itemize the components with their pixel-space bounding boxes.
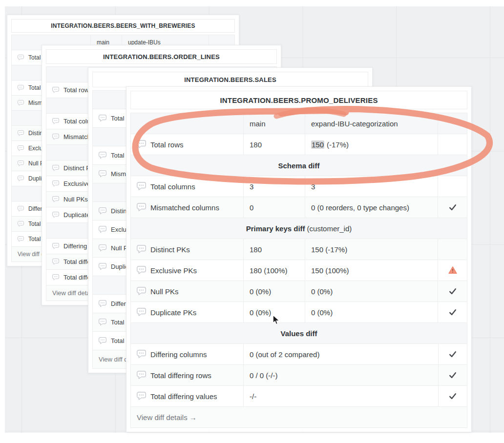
comment-icon[interactable]	[137, 182, 146, 190]
row-duplicate-pks: Duplicate PKs 0 (0%) 0 (0%)	[131, 302, 467, 323]
comment-icon[interactable]	[18, 206, 24, 212]
comment-icon[interactable]	[137, 203, 146, 211]
comment-icon[interactable]	[137, 371, 146, 379]
comment-icon[interactable]	[18, 145, 24, 151]
status-cell	[438, 386, 467, 406]
row-total-columns: Total columns 3 3	[131, 176, 467, 197]
status-cell	[438, 281, 467, 302]
comment-icon[interactable]	[99, 152, 106, 159]
comment-icon[interactable]	[99, 337, 106, 344]
empty-cell	[131, 113, 243, 134]
row-label-cell: Differing columns	[131, 344, 243, 364]
comment-icon[interactable]	[18, 236, 24, 242]
comment-icon[interactable]	[52, 87, 59, 93]
status-cell	[438, 344, 467, 364]
value-merged: 0 / 0 (-/-)	[243, 365, 438, 385]
diff-board: INTEGRATION.BEERS.BEERS_WITH_BREWERIES m…	[0, 0, 504, 443]
row-label-cell: Distinct PKs	[131, 239, 243, 260]
comment-icon[interactable]	[52, 274, 59, 281]
comment-icon[interactable]	[52, 118, 59, 124]
comment-icon[interactable]	[99, 115, 106, 121]
value-compare: 150 (100%)	[305, 260, 438, 281]
value-merged: -/-	[243, 386, 438, 406]
row-label: Duplicate PKs	[150, 308, 196, 317]
row-label-cell: Total differing rows	[131, 365, 243, 385]
comment-icon[interactable]	[18, 161, 24, 166]
comment-icon[interactable]	[52, 165, 59, 171]
comment-icon[interactable]	[18, 221, 24, 227]
check-icon	[448, 287, 457, 296]
value-compare: 0 (0%)	[305, 302, 438, 322]
comment-icon[interactable]	[137, 350, 146, 358]
status-cell	[438, 260, 467, 281]
card-title: INTEGRATION.BEERS.BEERS_WITH_BREWERIES	[11, 19, 235, 33]
row-label-cell: Exclusive PKs	[131, 260, 243, 281]
comment-icon[interactable]	[52, 134, 59, 140]
comment-icon[interactable]	[52, 243, 59, 249]
comment-icon[interactable]	[52, 212, 59, 218]
comment-icon[interactable]	[99, 170, 106, 177]
row-label-cell: Total differing values	[131, 386, 243, 406]
check-icon	[448, 392, 457, 401]
card-title: INTEGRATION.BEERS.PROMO_DELIVERIES	[130, 91, 467, 109]
comment-icon[interactable]	[137, 392, 146, 400]
section-title: Primary keys diff(customer_id)	[131, 218, 467, 239]
status-cell	[438, 197, 467, 218]
row-mismatched-columns: Mismatched columns 0 0 (0 reorders, 0 ty…	[131, 197, 467, 218]
section-primary-keys-diff: Primary keys diff(customer_id)	[131, 218, 467, 239]
diff-card-promo-deliveries[interactable]: INTEGRATION.BEERS.PROMO_DELIVERIES main …	[126, 86, 472, 432]
check-icon	[448, 203, 457, 212]
value-main: 180	[243, 134, 305, 155]
comment-icon[interactable]	[18, 176, 24, 181]
section-title: Values diff	[131, 323, 467, 343]
comment-icon[interactable]	[99, 300, 106, 307]
row-null-pks: Null PKs 0 (0%) 0 (0%)	[131, 281, 467, 302]
row-label-cell: Total columns	[131, 176, 243, 197]
comment-icon[interactable]	[99, 207, 106, 214]
comment-icon[interactable]	[52, 196, 59, 202]
section-title-text: Primary keys diff	[246, 224, 305, 233]
value-compare: 0 (0%)	[305, 281, 438, 302]
comment-icon[interactable]	[99, 226, 106, 233]
section-title: Schema diff	[131, 155, 467, 176]
status-cell	[438, 176, 467, 197]
comment-icon[interactable]	[137, 308, 146, 316]
branch-main-label: main	[243, 113, 305, 134]
branch-compare-label: expand-IBU-categorization	[305, 113, 438, 134]
comment-icon[interactable]	[137, 266, 146, 274]
card-title: INTEGRATION.BEERS.SALES	[92, 72, 368, 87]
comment-icon[interactable]	[137, 140, 146, 148]
comment-icon[interactable]	[18, 85, 24, 91]
comment-icon[interactable]	[137, 245, 146, 253]
value-compare: 3	[305, 176, 438, 197]
status-cell	[438, 134, 467, 155]
value-compare: 150 (-17%)	[305, 239, 438, 260]
row-label-cell: Mismatched columns	[131, 197, 243, 218]
comment-icon[interactable]	[52, 259, 59, 265]
row-label: Null PKs	[150, 287, 179, 296]
comment-icon[interactable]	[18, 55, 24, 60]
row-label-cell: Duplicate PKs	[131, 302, 243, 322]
view-diff-details-link[interactable]: View diff details →	[131, 407, 467, 427]
row-distinct-pks: Distinct PKs 180 150 (-17%)	[131, 239, 467, 260]
status-cell	[438, 365, 467, 385]
empty-cell	[438, 113, 467, 134]
check-icon	[448, 350, 457, 359]
row-total-rows: Total rows 180 150(-17%)	[131, 134, 467, 155]
row-label-cell: Null PKs	[131, 281, 243, 302]
status-cell	[438, 302, 467, 322]
branch-header-row: main expand-IBU-categorization	[131, 113, 467, 134]
diff-table: main expand-IBU-categorization Total row…	[130, 113, 467, 428]
comment-icon[interactable]	[137, 287, 146, 295]
comment-icon[interactable]	[99, 263, 106, 270]
row-view-diff-details: View diff details →	[131, 407, 467, 428]
row-differing-columns: Differing columns 0 (out of 2 compared)	[131, 344, 467, 365]
comment-icon[interactable]	[99, 319, 106, 325]
comment-icon[interactable]	[99, 244, 106, 251]
check-icon	[448, 308, 457, 317]
comment-icon[interactable]	[52, 181, 59, 187]
comment-icon[interactable]	[18, 100, 24, 106]
comment-icon[interactable]	[18, 130, 24, 136]
value-compare-rest: (-17%)	[327, 141, 349, 149]
row-label: Total differing values	[150, 392, 217, 401]
